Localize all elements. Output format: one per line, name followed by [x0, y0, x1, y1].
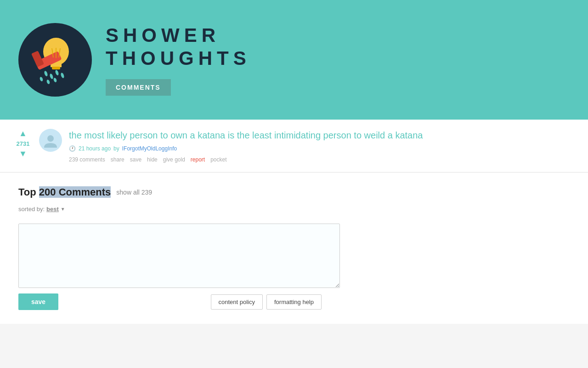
give-gold-link[interactable]: give gold	[163, 156, 185, 163]
comments-title: Top 200 Comments	[18, 186, 111, 198]
post-meta: 🕐 21 hours ago by IForgotMyOldLoggInfo	[69, 145, 574, 152]
post-section: ▲ 2731 ▼ the most likely person to own a…	[0, 120, 588, 172]
site-header: SHOWER THOUGHTS COMMENTS	[0, 0, 588, 120]
comments-header: Top 200 Comments show all 239	[18, 186, 570, 198]
show-all-link[interactable]: show all 239	[116, 189, 152, 196]
sorted-by-label: sorted by:	[18, 206, 45, 213]
svg-point-9	[39, 76, 43, 81]
post-actions: 239 comments share save hide give gold r…	[69, 156, 574, 163]
pocket-link[interactable]: pocket	[210, 156, 226, 163]
save-link[interactable]: save	[130, 156, 141, 163]
share-link[interactable]: share	[111, 156, 124, 163]
formatting-help-button[interactable]: formatting help	[266, 294, 322, 310]
svg-rect-2	[52, 67, 60, 69]
clock-icon: 🕐	[69, 145, 76, 152]
site-logo	[18, 23, 92, 97]
bottom-row: save content policy formatting help	[18, 293, 570, 310]
save-comment-button[interactable]: save	[18, 293, 58, 310]
comments-count-highlight: 200 Comments	[39, 186, 111, 198]
svg-point-10	[46, 79, 50, 84]
downvote-button[interactable]: ▼	[19, 149, 27, 159]
post-avatar	[39, 129, 62, 152]
svg-point-6	[49, 73, 54, 79]
by-text: by	[113, 145, 119, 152]
hide-link[interactable]: hide	[147, 156, 158, 163]
svg-point-11	[53, 77, 57, 82]
post-content: the most likely person to own a katana i…	[69, 129, 574, 163]
post-time: 21 hours ago	[79, 145, 111, 152]
comment-input[interactable]	[18, 224, 340, 288]
vote-count: 2731	[17, 140, 30, 147]
svg-point-7	[55, 69, 59, 75]
header-text: SHOWER THOUGHTS COMMENTS	[106, 24, 251, 96]
content-policy-button[interactable]: content policy	[211, 294, 263, 310]
sorted-by: sorted by: best ▼	[18, 206, 570, 213]
avatar-icon	[42, 132, 59, 149]
upvote-button[interactable]: ▲	[19, 129, 27, 138]
vote-area: ▲ 2731 ▼	[14, 129, 32, 159]
comments-section: Top 200 Comments show all 239 sorted by:…	[0, 172, 588, 324]
report-link[interactable]: report	[191, 156, 205, 163]
svg-point-15	[47, 135, 54, 142]
logo-svg	[23, 28, 87, 92]
sort-best-link[interactable]: best	[46, 206, 59, 213]
sort-arrow-icon: ▼	[61, 207, 65, 212]
svg-point-5	[44, 70, 48, 76]
comments-button[interactable]: COMMENTS	[106, 79, 171, 96]
site-title: SHOWER THOUGHTS	[106, 24, 251, 70]
policy-buttons: content policy formatting help	[211, 294, 322, 310]
svg-point-8	[60, 72, 65, 78]
post-title: the most likely person to own a katana i…	[69, 129, 574, 142]
post-author-link[interactable]: IForgotMyOldLoggInfo	[122, 145, 177, 152]
comments-count-link[interactable]: 239 comments	[69, 156, 105, 163]
